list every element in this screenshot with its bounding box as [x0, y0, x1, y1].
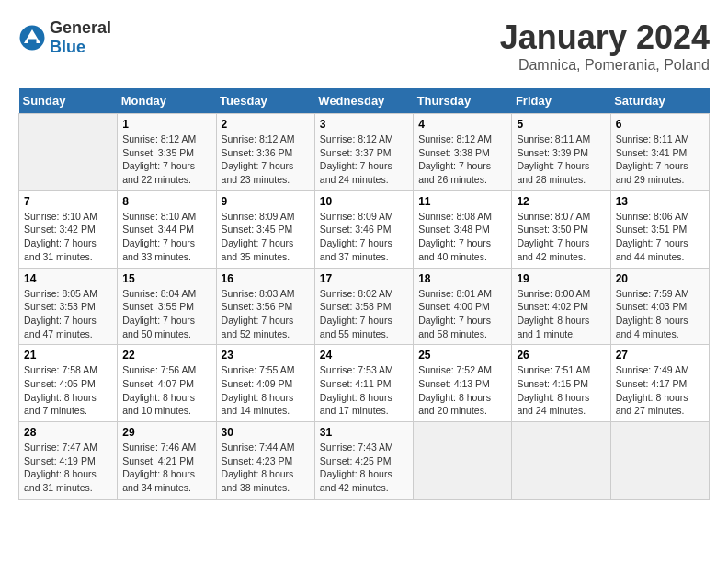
day-info: Sunrise: 7:46 AMSunset: 4:21 PMDaylight:…	[122, 441, 210, 495]
calendar-cell: 21Sunrise: 7:58 AMSunset: 4:05 PMDayligh…	[19, 345, 118, 422]
day-info: Sunrise: 8:04 AMSunset: 3:55 PMDaylight:…	[122, 287, 210, 341]
weekday-header-wednesday: Wednesday	[314, 88, 413, 114]
day-number: 31	[320, 426, 408, 439]
day-info: Sunrise: 8:07 AMSunset: 3:50 PMDaylight:…	[517, 210, 605, 264]
day-number: 10	[320, 195, 408, 208]
day-info: Sunrise: 7:58 AMSunset: 4:05 PMDaylight:…	[24, 363, 112, 418]
day-number: 15	[122, 272, 210, 285]
day-number: 24	[320, 349, 408, 362]
day-number: 11	[418, 195, 506, 208]
day-info: Sunrise: 8:05 AMSunset: 3:53 PMDaylight:…	[24, 287, 112, 341]
calendar-cell: 8Sunrise: 8:10 AMSunset: 3:44 PMDaylight…	[118, 190, 216, 268]
calendar-cell: 4Sunrise: 8:12 AMSunset: 3:38 PMDaylight…	[414, 114, 512, 191]
day-info: Sunrise: 7:44 AMSunset: 4:23 PMDaylight:…	[222, 441, 310, 495]
weekday-header-saturday: Saturday	[610, 88, 709, 114]
day-number: 12	[517, 195, 605, 208]
calendar-cell: 22Sunrise: 7:56 AMSunset: 4:07 PMDayligh…	[118, 345, 216, 422]
day-info: Sunrise: 7:43 AMSunset: 4:25 PMDaylight:…	[320, 441, 408, 495]
day-info: Sunrise: 8:06 AMSunset: 3:51 PMDaylight:…	[616, 210, 704, 264]
calendar-cell: 9Sunrise: 8:09 AMSunset: 3:45 PMDaylight…	[216, 190, 314, 268]
calendar-cell: 10Sunrise: 8:09 AMSunset: 3:46 PMDayligh…	[314, 190, 413, 268]
day-number: 20	[616, 272, 704, 285]
calendar-cell: 29Sunrise: 7:46 AMSunset: 4:21 PMDayligh…	[118, 422, 216, 500]
calendar-cell: 14Sunrise: 8:05 AMSunset: 3:53 PMDayligh…	[19, 268, 118, 345]
calendar-cell: 13Sunrise: 8:06 AMSunset: 3:51 PMDayligh…	[610, 190, 709, 268]
day-info: Sunrise: 8:11 AMSunset: 3:41 PMDaylight:…	[616, 132, 704, 187]
day-number: 17	[320, 272, 408, 285]
logo-general-text: General	[50, 18, 111, 37]
calendar-cell: 27Sunrise: 7:49 AMSunset: 4:17 PMDayligh…	[610, 345, 709, 422]
weekday-header-thursday: Thursday	[414, 88, 512, 114]
day-number: 3	[320, 118, 408, 131]
day-number: 26	[517, 349, 605, 362]
day-info: Sunrise: 8:08 AMSunset: 3:48 PMDaylight:…	[418, 210, 506, 264]
day-info: Sunrise: 8:09 AMSunset: 3:46 PMDaylight:…	[320, 210, 408, 264]
day-info: Sunrise: 8:01 AMSunset: 4:00 PMDaylight:…	[418, 287, 506, 341]
day-number: 25	[418, 349, 506, 362]
day-info: Sunrise: 7:49 AMSunset: 4:17 PMDaylight:…	[616, 363, 704, 418]
day-number: 14	[24, 272, 112, 285]
day-info: Sunrise: 8:10 AMSunset: 3:44 PMDaylight:…	[122, 210, 210, 264]
page-header: General Blue January 2024 Damnica, Pomer…	[18, 18, 710, 74]
day-info: Sunrise: 8:02 AMSunset: 3:58 PMDaylight:…	[320, 287, 408, 341]
calendar-cell	[414, 422, 512, 500]
day-info: Sunrise: 8:12 AMSunset: 3:38 PMDaylight:…	[418, 132, 506, 187]
day-info: Sunrise: 8:03 AMSunset: 3:56 PMDaylight:…	[222, 287, 310, 341]
calendar-cell: 3Sunrise: 8:12 AMSunset: 3:37 PMDaylight…	[314, 114, 413, 191]
calendar-cell: 24Sunrise: 7:53 AMSunset: 4:11 PMDayligh…	[314, 345, 413, 422]
week-row-3: 14Sunrise: 8:05 AMSunset: 3:53 PMDayligh…	[19, 268, 710, 345]
calendar-cell: 5Sunrise: 8:11 AMSunset: 3:39 PMDaylight…	[512, 114, 610, 191]
calendar-cell: 7Sunrise: 8:10 AMSunset: 3:42 PMDaylight…	[19, 190, 118, 268]
calendar-cell: 12Sunrise: 8:07 AMSunset: 3:50 PMDayligh…	[512, 190, 610, 268]
title-block: January 2024 Damnica, Pomerania, Poland	[500, 18, 710, 74]
calendar-cell: 30Sunrise: 7:44 AMSunset: 4:23 PMDayligh…	[216, 422, 314, 500]
day-number: 18	[418, 272, 506, 285]
day-info: Sunrise: 8:09 AMSunset: 3:45 PMDaylight:…	[222, 210, 310, 264]
day-number: 27	[616, 349, 704, 362]
day-number: 1	[122, 118, 210, 131]
calendar-cell: 31Sunrise: 7:43 AMSunset: 4:25 PMDayligh…	[314, 422, 413, 500]
day-number: 19	[517, 272, 605, 285]
day-number: 2	[222, 118, 310, 131]
day-info: Sunrise: 7:47 AMSunset: 4:19 PMDaylight:…	[24, 441, 112, 495]
day-info: Sunrise: 7:55 AMSunset: 4:09 PMDaylight:…	[222, 363, 310, 418]
day-number: 5	[517, 118, 605, 131]
calendar-cell: 11Sunrise: 8:08 AMSunset: 3:48 PMDayligh…	[414, 190, 512, 268]
day-number: 6	[616, 118, 704, 131]
logo-icon	[18, 24, 46, 52]
day-number: 22	[122, 349, 210, 362]
calendar-cell: 19Sunrise: 8:00 AMSunset: 4:02 PMDayligh…	[512, 268, 610, 345]
day-info: Sunrise: 7:59 AMSunset: 4:03 PMDaylight:…	[616, 287, 704, 341]
calendar-cell: 20Sunrise: 7:59 AMSunset: 4:03 PMDayligh…	[610, 268, 709, 345]
weekday-header-row: SundayMondayTuesdayWednesdayThursdayFrid…	[19, 88, 710, 114]
day-number: 16	[222, 272, 310, 285]
weekday-header-monday: Monday	[118, 88, 216, 114]
logo: General Blue	[18, 18, 111, 57]
calendar-cell	[19, 114, 118, 191]
calendar-cell: 16Sunrise: 8:03 AMSunset: 3:56 PMDayligh…	[216, 268, 314, 345]
day-info: Sunrise: 8:12 AMSunset: 3:36 PMDaylight:…	[222, 132, 310, 187]
logo-blue-text: Blue	[50, 38, 85, 56]
weekday-header-sunday: Sunday	[19, 88, 118, 114]
svg-rect-2	[28, 40, 37, 44]
day-info: Sunrise: 7:53 AMSunset: 4:11 PMDaylight:…	[320, 363, 408, 418]
day-number: 21	[24, 349, 112, 362]
calendar-cell: 2Sunrise: 8:12 AMSunset: 3:36 PMDaylight…	[216, 114, 314, 191]
day-number: 9	[222, 195, 310, 208]
day-info: Sunrise: 8:11 AMSunset: 3:39 PMDaylight:…	[517, 132, 605, 187]
day-info: Sunrise: 8:12 AMSunset: 3:37 PMDaylight:…	[320, 132, 408, 187]
day-number: 4	[418, 118, 506, 131]
day-info: Sunrise: 7:52 AMSunset: 4:13 PMDaylight:…	[418, 363, 506, 418]
calendar-cell: 26Sunrise: 7:51 AMSunset: 4:15 PMDayligh…	[512, 345, 610, 422]
calendar-subtitle: Damnica, Pomerania, Poland	[500, 57, 710, 74]
day-number: 28	[24, 426, 112, 439]
calendar-cell: 18Sunrise: 8:01 AMSunset: 4:00 PMDayligh…	[414, 268, 512, 345]
day-number: 8	[122, 195, 210, 208]
day-info: Sunrise: 7:56 AMSunset: 4:07 PMDaylight:…	[122, 363, 210, 418]
day-number: 7	[24, 195, 112, 208]
week-row-1: 1Sunrise: 8:12 AMSunset: 3:35 PMDaylight…	[19, 114, 710, 191]
day-info: Sunrise: 8:00 AMSunset: 4:02 PMDaylight:…	[517, 287, 605, 341]
week-row-5: 28Sunrise: 7:47 AMSunset: 4:19 PMDayligh…	[19, 422, 710, 500]
calendar-cell: 6Sunrise: 8:11 AMSunset: 3:41 PMDaylight…	[610, 114, 709, 191]
day-info: Sunrise: 8:12 AMSunset: 3:35 PMDaylight:…	[122, 132, 210, 187]
